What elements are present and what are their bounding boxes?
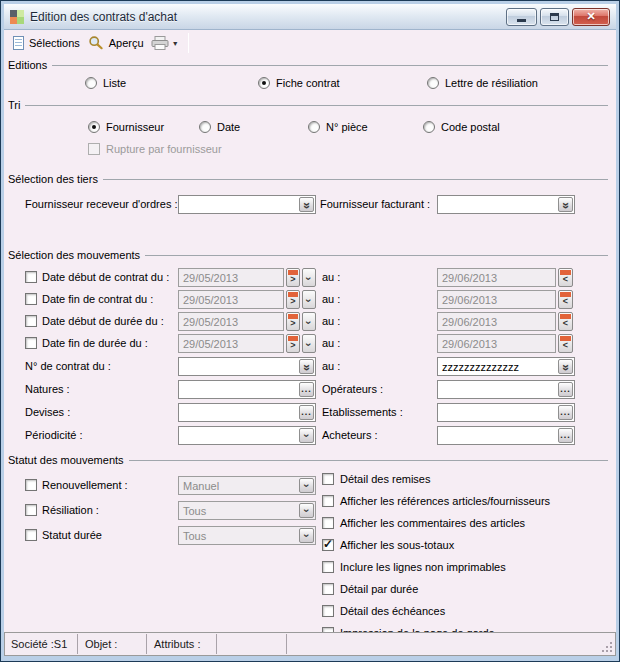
dialog-window: Edition des contrats d'achat ✕ Sélection… <box>0 0 620 662</box>
radio-fiche-contrat[interactable] <box>258 77 270 89</box>
chevron-down-icon: › <box>303 299 314 303</box>
date-fin-contrat-checkbox[interactable] <box>25 293 37 305</box>
detail-echeances-checkbox[interactable] <box>322 605 334 617</box>
status-bar: Société :S1 Objet : Attributs : <box>4 632 616 656</box>
calendar-next-button[interactable]: > <box>286 312 300 331</box>
calendar-next-button[interactable]: > <box>286 268 300 287</box>
print-button[interactable]: ▼ <box>148 34 182 52</box>
date-debut-duree-from-field[interactable]: 29/05/2013 <box>178 312 284 331</box>
acheteurs-browse-button[interactable]: ... <box>558 428 573 443</box>
date-debut-contrat-to-field[interactable]: 29/06/2013 <box>437 268 556 287</box>
afficher-commentaires-checkbox[interactable] <box>322 517 334 529</box>
acheteurs-field[interactable]: ... <box>437 426 575 445</box>
toolbar: Sélections Aperçu ▼ <box>4 30 616 56</box>
etablissements-field[interactable]: ... <box>437 403 575 422</box>
calendar-prev-button[interactable]: < <box>558 334 573 353</box>
receveur-dropdown-button[interactable]: » <box>299 197 314 212</box>
au-label: au : <box>322 357 340 376</box>
calendar-prev-button[interactable]: < <box>558 312 573 331</box>
date-debut-contrat-checkbox[interactable] <box>25 271 37 283</box>
minimize-button[interactable] <box>506 8 537 26</box>
date-fin-duree-to-field[interactable]: 29/06/2013 <box>437 334 556 353</box>
periodicite-combo[interactable]: › <box>178 426 316 445</box>
calendar-next-button[interactable]: > <box>286 290 300 309</box>
resize-grip[interactable] <box>600 640 612 652</box>
radio-code-postal-label[interactable]: Code postal <box>441 118 500 137</box>
calendar-prev-button[interactable]: < <box>558 290 573 309</box>
radio-fournisseur[interactable] <box>88 121 100 133</box>
radio-n-piece-label[interactable]: N° pièce <box>326 118 368 137</box>
contrat-to-combo[interactable]: zzzzzzzzzzzzzz » <box>437 357 575 376</box>
radio-fiche-contrat-label[interactable]: Fiche contrat <box>276 74 340 93</box>
ellipsis-icon: ... <box>560 387 571 392</box>
calendar-next-button[interactable]: > <box>286 334 300 353</box>
periodicite-row: Périodicité : › Acheteurs : ... <box>4 426 616 445</box>
apercu-button[interactable]: Aperçu <box>84 33 148 53</box>
afficher-sous-totaux-label[interactable]: Afficher les sous-totaux <box>340 536 454 555</box>
date-value: 29/06/2013 <box>442 316 497 328</box>
date-debut-contrat-from-field[interactable]: 29/05/2013 <box>178 268 284 287</box>
detail-echeances-label[interactable]: Détail des échéances <box>340 602 445 621</box>
inclure-lignes-checkbox[interactable] <box>322 561 334 573</box>
operateurs-field[interactable]: ... <box>437 380 575 399</box>
date-dropdown-button[interactable]: › <box>302 312 316 331</box>
radio-lettre-resiliation-label[interactable]: Lettre de résiliation <box>445 74 538 93</box>
radio-fournisseur-label[interactable]: Fournisseur <box>106 118 164 137</box>
contrat-from-dropdown-button[interactable]: » <box>299 359 314 374</box>
detail-par-duree-checkbox[interactable] <box>322 583 334 595</box>
selections-button-label: Sélections <box>29 37 80 49</box>
natures-browse-button[interactable]: ... <box>299 382 314 397</box>
date-row-debut-contrat: Date début de contrat du : 29/05/2013 > … <box>4 268 616 287</box>
devises-field[interactable]: ... <box>178 403 316 422</box>
devises-browse-button[interactable]: ... <box>299 405 314 420</box>
calendar-next-icon: > <box>290 274 295 284</box>
contrat-from-combo[interactable]: » <box>178 357 316 376</box>
print-dropdown-arrow[interactable]: ▼ <box>172 40 179 47</box>
facturant-dropdown-button[interactable]: » <box>558 197 573 212</box>
calendar-prev-button[interactable]: < <box>558 268 573 287</box>
operateurs-label: Opérateurs : <box>322 380 383 399</box>
title-bar[interactable]: Edition des contrats d'achat ✕ <box>4 4 616 30</box>
date-dropdown-button[interactable]: › <box>302 334 316 353</box>
etablissements-browse-button[interactable]: ... <box>558 405 573 420</box>
date-dropdown-button[interactable]: › <box>302 268 316 287</box>
receveur-label: Fournisseur receveur d'ordres : <box>25 195 178 214</box>
radio-n-piece[interactable] <box>308 121 320 133</box>
close-button[interactable]: ✕ <box>572 8 610 26</box>
radio-date-label[interactable]: Date <box>217 118 240 137</box>
maximize-button[interactable] <box>540 8 569 26</box>
facturant-combo[interactable]: » <box>437 195 575 214</box>
date-fin-duree-from-field[interactable]: 29/05/2013 <box>178 334 284 353</box>
radio-liste[interactable] <box>85 77 97 89</box>
detail-remises-checkbox[interactable] <box>322 473 334 485</box>
periodicite-dropdown-button[interactable]: › <box>299 428 314 443</box>
date-fin-contrat-to-field[interactable]: 29/06/2013 <box>437 290 556 309</box>
afficher-commentaires-label[interactable]: Afficher les commentaires des articles <box>340 514 525 533</box>
inclure-lignes-label[interactable]: Inclure les lignes non imprimables <box>340 558 506 577</box>
operateurs-browse-button[interactable]: ... <box>558 382 573 397</box>
radio-liste-label[interactable]: Liste <box>103 74 126 93</box>
radio-date[interactable] <box>199 121 211 133</box>
statusbar-attributs: Attributs : <box>154 633 200 655</box>
natures-field[interactable]: ... <box>178 380 316 399</box>
radio-lettre-resiliation[interactable] <box>427 77 439 89</box>
afficher-sous-totaux-checkbox[interactable]: ✓ <box>322 539 334 551</box>
toolbar-separator <box>188 33 189 53</box>
contrat-to-dropdown-button[interactable]: » <box>558 359 573 374</box>
afficher-references-label[interactable]: Afficher les références articles/fournis… <box>340 492 550 511</box>
afficher-references-checkbox[interactable] <box>322 495 334 507</box>
date-debut-duree-checkbox[interactable] <box>25 315 37 327</box>
detail-par-duree-label[interactable]: Détail par durée <box>340 580 418 599</box>
date-dropdown-button[interactable]: › <box>302 290 316 309</box>
detail-remises-label[interactable]: Détail des remises <box>340 470 430 489</box>
selections-button[interactable]: Sélections <box>9 34 84 52</box>
date-fin-duree-checkbox[interactable] <box>25 337 37 349</box>
statusbar-objet: Objet : <box>85 633 117 655</box>
date-debut-duree-to-field[interactable]: 29/06/2013 <box>437 312 556 331</box>
date-value: 29/05/2013 <box>183 294 238 306</box>
receveur-combo[interactable]: » <box>178 195 316 214</box>
rupture-row: Rupture par fournisseur <box>4 140 616 159</box>
au-label: au : <box>322 290 340 309</box>
date-fin-contrat-from-field[interactable]: 29/05/2013 <box>178 290 284 309</box>
radio-code-postal[interactable] <box>423 121 435 133</box>
